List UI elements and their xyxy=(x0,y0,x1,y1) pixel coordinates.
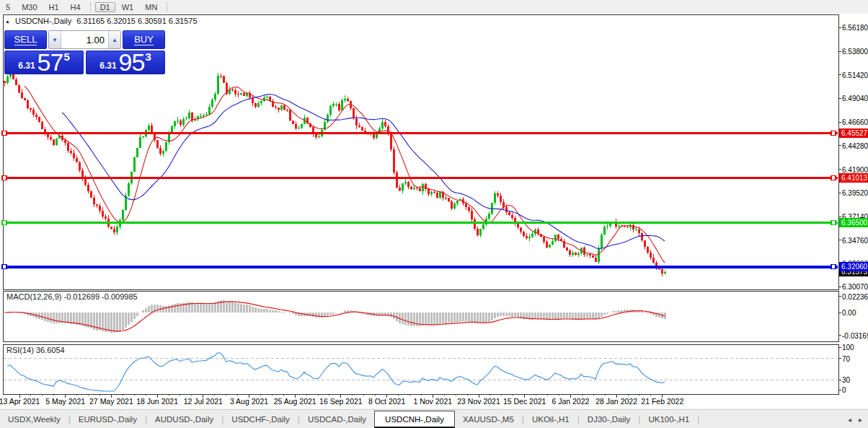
price-tick-label: 6.30070 xyxy=(842,283,868,291)
rsi-tick-label: 100 xyxy=(842,344,854,351)
volume-stepper[interactable]: ▼ 1.00 ▲ xyxy=(48,30,121,49)
timeframe-toolbar[interactable]: 5M30H1H4D1W1MN xyxy=(0,0,868,14)
chart-ohlc-values: 6.31165 6.32015 6.30591 6.31575 xyxy=(76,17,197,25)
bid-price-box[interactable]: 6.31 57 5 xyxy=(4,51,84,74)
tab-usdx-weekly[interactable]: USDX,Weekly xyxy=(0,410,68,428)
date-tick-label: 5 May 2021 xyxy=(45,397,85,406)
timeframe-m30[interactable]: M30 xyxy=(17,2,42,12)
price-tick-label: 6.44280 xyxy=(842,141,868,149)
tab-ukoil-h1[interactable]: UKOil-,H1 xyxy=(524,410,577,428)
tab-xauusd-m5[interactable]: XAUUSD-,M5 xyxy=(455,410,522,428)
chart-symbol-period: USDCNH-,Daily xyxy=(15,17,71,25)
buy-button[interactable]: BUY xyxy=(123,30,165,49)
tab-usdcnh-daily[interactable]: USDCNH-,Daily xyxy=(374,411,455,428)
bid-price-main: 57 xyxy=(37,51,63,74)
bid-price-prefix: 6.31 xyxy=(18,61,35,71)
rsi-tick-label: 30 xyxy=(842,376,850,384)
chart-header: ▲ USDCNH-,Daily 6.31165 6.32015 6.30591 … xyxy=(5,17,198,25)
price-line-badge: 6.36500 xyxy=(839,218,868,227)
ask-price-box[interactable]: 6.31 95 3 xyxy=(86,51,165,74)
macd-tick-label: 0.02236 xyxy=(842,292,868,300)
macd-tick-label: 0.00 xyxy=(842,309,856,317)
rsi-tick-label: 0 xyxy=(842,386,846,394)
timeframe-h1[interactable]: H1 xyxy=(44,2,64,12)
toolbar-separator xyxy=(90,2,91,12)
date-tick-label: 27 May 2021 xyxy=(89,397,133,406)
date-tick-label: 28 Jan 2022 xyxy=(595,397,637,406)
ask-price-prefix: 6.31 xyxy=(99,61,116,71)
toolbar-separator xyxy=(167,2,167,12)
date-tick-label: 21 Feb 2022 xyxy=(641,397,683,406)
price-tick-label: 6.51420 xyxy=(842,71,868,79)
price-tick-label: 6.39520 xyxy=(842,189,868,197)
tab-usdchf-daily[interactable]: USDCHF-,Daily xyxy=(223,410,298,428)
date-tick-label: 6 Jan 2022 xyxy=(552,397,589,406)
price-line-badge: 6.41013 xyxy=(839,173,868,183)
date-tick-label: 8 Oct 2021 xyxy=(368,397,405,406)
macd-tick-label: -0.03169 xyxy=(842,331,868,339)
date-tick-label: 23 Nov 2021 xyxy=(457,397,500,406)
tab-usdcad-daily[interactable]: USDCAD-,Daily xyxy=(300,410,374,428)
price-line-badge: 6.45527 xyxy=(839,128,868,138)
date-tick-label: 12 Jul 2021 xyxy=(184,397,223,406)
ask-price-pip: 3 xyxy=(145,51,151,63)
rsi-pane[interactable] xyxy=(3,344,838,394)
timeframe-mn[interactable]: MN xyxy=(140,2,162,12)
date-tick-label: 3 Aug 2021 xyxy=(230,397,268,406)
price-tick-label: 6.41900 xyxy=(842,165,868,173)
tab-dj30-daily[interactable]: DJ30-,Daily xyxy=(580,410,638,428)
timeframe-5[interactable]: 5 xyxy=(1,2,15,12)
tabs-scroll-right-icon[interactable]: ▸ xyxy=(859,416,862,424)
tab-navigation: ◂▸ xyxy=(848,410,868,428)
timeframe-w1[interactable]: W1 xyxy=(117,2,139,12)
volume-input[interactable]: 1.00 xyxy=(61,31,108,48)
bid-price-pip: 5 xyxy=(63,51,69,63)
ask-price-main: 95 xyxy=(119,51,145,74)
date-tick-label: 13 Apr 2021 xyxy=(0,397,40,406)
date-tick-label: 18 Jun 2021 xyxy=(136,397,178,406)
price-tick-label: 6.53800 xyxy=(842,48,868,56)
price-tick-label: 6.56180 xyxy=(842,24,868,32)
date-tick-label: 16 Sep 2021 xyxy=(319,397,363,406)
volume-increase-icon[interactable]: ▲ xyxy=(108,31,120,48)
tabs-scroll-left-icon[interactable]: ◂ xyxy=(848,416,851,424)
timeframe-d1[interactable]: D1 xyxy=(95,2,115,12)
tab-eurusd-daily[interactable]: EURUSD-,Daily xyxy=(71,410,145,428)
sell-button[interactable]: SELL xyxy=(4,30,47,49)
rsi-indicator-label: RSI(14) 36.6054 xyxy=(6,346,65,354)
price-line-badge: 6.32060 xyxy=(839,262,868,271)
one-click-trade-panel: SELL ▼ 1.00 ▲ BUY 6.31 57 5 6.31 95 3 xyxy=(4,30,165,74)
collapse-trade-panel-icon[interactable]: ▲ xyxy=(5,19,10,24)
date-tick-label: 1 Nov 2021 xyxy=(413,397,452,406)
tab-separator: | xyxy=(697,410,699,428)
price-tick-label: 6.46660 xyxy=(842,118,868,126)
price-tick-label: 6.49040 xyxy=(842,95,868,102)
chart-window[interactable]: ▲ USDCNH-,Daily 6.31165 6.32015 6.30591 … xyxy=(0,14,868,409)
tab-uk100-h1[interactable]: UK100-,H1 xyxy=(640,410,697,428)
rsi-tick-label: 70 xyxy=(842,354,850,362)
timeframe-h4[interactable]: H4 xyxy=(66,2,86,12)
tab-audusd-daily[interactable]: AUDUSD-,Daily xyxy=(147,410,221,428)
date-tick-label: 15 Dec 2021 xyxy=(503,397,546,406)
symbol-tab-bar: USDX,Weekly|EURUSD-,Daily|AUDUSD-,Daily|… xyxy=(0,409,868,428)
volume-decrease-icon[interactable]: ▼ xyxy=(49,31,61,48)
macd-indicator-label: MACD(12,26,9) -0.012699 -0.009985 xyxy=(6,292,138,301)
date-tick-label: 25 Aug 2021 xyxy=(274,397,316,406)
price-tick-label: 6.34760 xyxy=(842,236,868,244)
